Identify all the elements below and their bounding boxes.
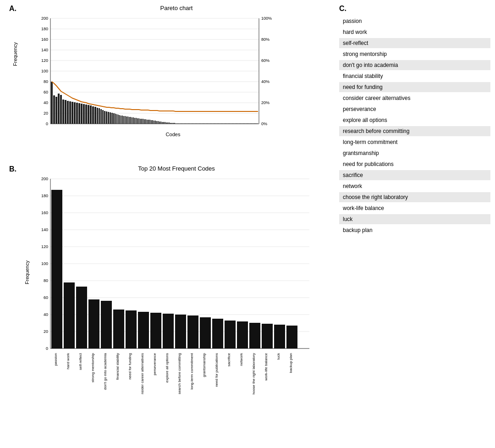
svg-rect-80 (140, 119, 141, 124)
svg-text:grantsmanship: grantsmanship (202, 353, 206, 377)
svg-rect-130 (209, 123, 209, 124)
list-item: luck (339, 214, 490, 224)
svg-rect-52 (97, 108, 98, 124)
svg-rect-198 (138, 312, 149, 348)
pareto-x-axis-label: Codes (50, 132, 296, 137)
svg-rect-197 (126, 310, 137, 348)
svg-rect-88 (151, 120, 152, 124)
list-item: research before committing (339, 126, 490, 136)
svg-rect-98 (165, 122, 165, 124)
pareto-y-axis-label: Frequency (12, 42, 18, 66)
svg-text:sacrifice: sacrifice (227, 353, 231, 366)
pareto-svg: 0 20 40 60 80 100 120 140 160 180 200 0%… (34, 14, 291, 131)
svg-rect-38 (65, 100, 66, 124)
pareto-chart-panel: Pareto chart Frequency 0 (9, 5, 321, 151)
svg-rect-42 (74, 102, 76, 124)
svg-rect-133 (213, 123, 214, 124)
svg-text:financial stability: financial stability (116, 353, 120, 380)
svg-text:160: 160 (41, 37, 48, 42)
svg-rect-77 (136, 118, 137, 124)
svg-rect-131 (210, 123, 211, 124)
svg-rect-144 (228, 123, 229, 124)
svg-rect-124 (200, 123, 201, 124)
bar-chart-title: Top 20 Most Frequent Codes (32, 165, 321, 172)
svg-text:200: 200 (41, 16, 48, 21)
svg-rect-45 (81, 104, 82, 124)
svg-rect-69 (125, 116, 126, 124)
svg-rect-67 (122, 116, 123, 124)
svg-rect-120 (195, 123, 196, 124)
list-item: long-term commitment (339, 137, 490, 147)
svg-rect-62 (115, 114, 116, 124)
svg-rect-58 (108, 112, 109, 124)
svg-rect-115 (188, 123, 189, 124)
svg-rect-208 (262, 324, 273, 348)
svg-rect-122 (198, 123, 198, 124)
svg-text:80: 80 (44, 278, 48, 283)
svg-text:research before committing: research before committing (177, 353, 182, 394)
svg-rect-118 (192, 123, 193, 124)
svg-rect-137 (218, 123, 219, 124)
svg-rect-161 (251, 123, 252, 124)
svg-text:40%: 40% (261, 79, 270, 84)
svg-rect-90 (154, 121, 154, 124)
svg-rect-76 (134, 118, 135, 124)
svg-rect-74 (132, 117, 132, 124)
svg-rect-110 (181, 123, 182, 124)
svg-rect-79 (138, 118, 139, 124)
svg-rect-204 (212, 319, 223, 348)
list-item: choose the right laboratory (339, 192, 490, 202)
list-item: strong mentorship (339, 49, 490, 59)
svg-text:120: 120 (41, 58, 48, 63)
svg-rect-84 (145, 119, 146, 124)
svg-rect-48 (88, 105, 89, 124)
svg-rect-129 (207, 123, 208, 124)
list-item: perseverance (339, 104, 490, 114)
svg-rect-158 (247, 123, 248, 124)
svg-rect-206 (237, 321, 248, 348)
svg-rect-147 (232, 123, 233, 124)
svg-text:need for publications: need for publications (214, 353, 219, 387)
svg-rect-193 (76, 287, 87, 348)
pareto-chart-title: Pareto chart (32, 5, 321, 11)
svg-rect-119 (193, 123, 194, 124)
svg-rect-47 (85, 105, 87, 124)
svg-rect-63 (116, 114, 117, 124)
svg-text:strong mentorship: strong mentorship (91, 353, 95, 382)
svg-rect-104 (173, 123, 174, 124)
svg-rect-148 (233, 123, 234, 124)
svg-rect-68 (123, 116, 124, 124)
bar-chart-y-axis-label: Frequency (24, 260, 30, 284)
svg-rect-49 (90, 105, 92, 124)
svg-rect-54 (100, 109, 102, 124)
svg-text:0%: 0% (261, 122, 267, 126)
svg-rect-57 (106, 111, 107, 124)
svg-rect-203 (200, 317, 211, 348)
svg-text:140: 140 (41, 227, 48, 232)
svg-text:luck: luck (276, 353, 280, 360)
bar-chart-panel: Top 20 Most Frequent Codes Frequency (9, 165, 321, 440)
svg-rect-195 (101, 301, 112, 348)
svg-text:80: 80 (44, 79, 48, 84)
section-c-label: C. (339, 5, 346, 13)
svg-rect-153 (240, 123, 241, 124)
svg-text:40: 40 (44, 312, 48, 317)
svg-rect-209 (274, 325, 285, 348)
svg-text:200: 200 (41, 177, 48, 181)
svg-rect-155 (243, 123, 244, 124)
svg-rect-66 (121, 116, 121, 124)
svg-rect-151 (237, 123, 238, 124)
svg-rect-96 (162, 122, 163, 124)
svg-rect-191 (51, 190, 62, 348)
svg-text:160: 160 (41, 210, 48, 215)
svg-rect-105 (174, 123, 175, 124)
svg-rect-136 (217, 123, 218, 124)
list-item: passion (339, 16, 490, 26)
svg-rect-142 (225, 123, 226, 124)
svg-text:choose the right laboratory: choose the right laboratory (252, 353, 256, 394)
svg-rect-36 (60, 95, 62, 124)
list-item: backup plan (339, 225, 490, 235)
svg-text:180: 180 (41, 27, 48, 31)
svg-text:60: 60 (44, 90, 48, 94)
svg-text:120: 120 (41, 244, 48, 249)
